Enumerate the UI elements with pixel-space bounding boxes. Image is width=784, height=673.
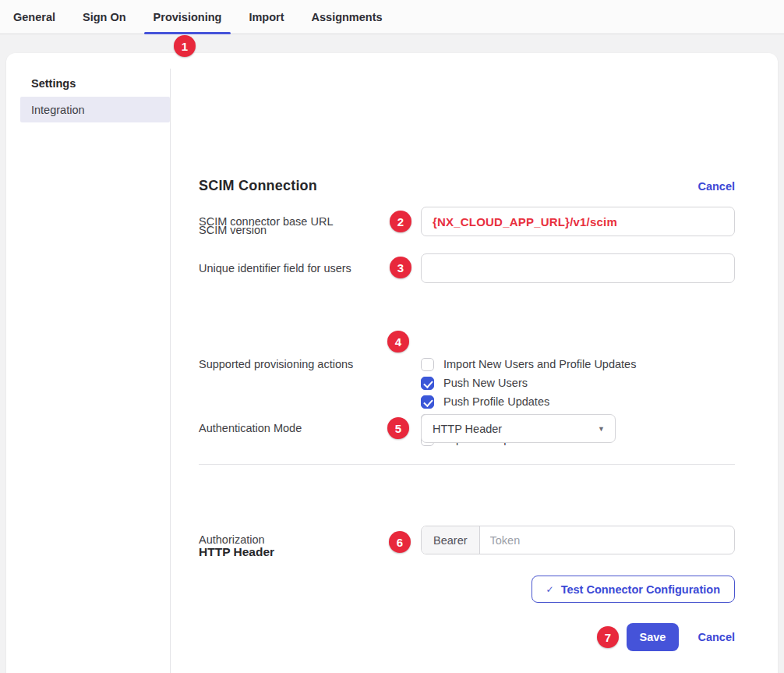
annotation-badge-3: 3 <box>390 257 411 278</box>
bearer-prefix: Bearer <box>422 526 480 554</box>
annotation-badge-7: 7 <box>597 626 619 648</box>
tab-assignments[interactable]: Assignments <box>302 0 392 34</box>
base-url-row: SCIM connector base URL <box>199 207 735 236</box>
authorization-row: Authorization Bearer <box>199 526 735 554</box>
checkbox-row-push-new-users[interactable]: Push New Users <box>421 374 735 392</box>
authorization-label: Authorization <box>199 526 421 554</box>
checkbox-row-import-users[interactable]: Import New Users and Profile Updates <box>421 355 735 374</box>
chevron-down-icon: ▼ <box>598 425 605 433</box>
tab-sign-on[interactable]: Sign On <box>73 0 136 34</box>
unique-id-input[interactable] <box>421 253 735 283</box>
section-divider <box>199 464 735 465</box>
check-icon: ✓ <box>546 584 554 595</box>
scim-connection-form: SCIM Connection Cancel SCIM version 2.0 … <box>170 53 778 673</box>
annotation-badge-4: 4 <box>387 331 409 352</box>
sidebar-heading: Settings <box>31 77 76 90</box>
auth-mode-row: Authentication Mode HTTP Header ▼ <box>199 414 735 443</box>
unique-id-label: Unique identifier field for users <box>199 253 421 283</box>
annotation-badge-5: 5 <box>387 417 409 439</box>
unique-id-row: Unique identifier field for users <box>199 253 735 283</box>
cancel-link-bottom[interactable]: Cancel <box>697 631 735 643</box>
tab-provisioning[interactable]: Provisioning <box>144 0 231 34</box>
checkbox-import-users-icon[interactable] <box>421 358 434 371</box>
base-url-input[interactable] <box>421 207 735 236</box>
auth-mode-selected-value: HTTP Header <box>433 423 502 435</box>
sidebar-item-label: Integration <box>31 104 85 116</box>
checkbox-row-push-profile-updates[interactable]: Push Profile Updates <box>421 392 735 411</box>
tab-general[interactable]: General <box>4 0 65 34</box>
checkbox-label: Import New Users and Profile Updates <box>443 358 636 370</box>
cancel-link-top[interactable]: Cancel <box>697 180 735 193</box>
test-connector-row: ✓ Test Connector Configuration <box>531 576 735 603</box>
app-tabbar: General Sign On Provisioning Import Assi… <box>0 0 784 34</box>
base-url-label: SCIM connector base URL <box>199 207 421 236</box>
page-title: SCIM Connection <box>199 178 317 194</box>
form-actions-row: Save Cancel <box>627 623 735 651</box>
checkbox-label: Push New Users <box>443 377 528 389</box>
sidebar-item-integration[interactable]: Integration <box>20 97 170 122</box>
token-input[interactable] <box>480 526 734 554</box>
checkbox-push-profile-updates-icon[interactable] <box>421 395 434 409</box>
panel-header: SCIM Connection Cancel <box>199 178 735 194</box>
authorization-input-group: Bearer <box>421 526 735 554</box>
settings-sidebar: Settings Integration <box>6 53 170 673</box>
auth-mode-select[interactable]: HTTP Header ▼ <box>421 414 616 443</box>
save-button[interactable]: Save <box>627 623 680 651</box>
test-connector-button-label: Test Connector Configuration <box>561 583 720 596</box>
annotation-badge-6: 6 <box>389 531 411 553</box>
checkbox-push-new-users-icon[interactable] <box>421 377 434 390</box>
provisioning-panel: Settings Integration SCIM Connection Can… <box>6 53 778 673</box>
tab-import[interactable]: Import <box>239 0 293 34</box>
annotation-badge-2: 2 <box>390 211 411 232</box>
checkbox-label: Push Profile Updates <box>443 395 549 408</box>
test-connector-button[interactable]: ✓ Test Connector Configuration <box>531 576 735 603</box>
annotation-badge-1: 1 <box>174 35 196 57</box>
